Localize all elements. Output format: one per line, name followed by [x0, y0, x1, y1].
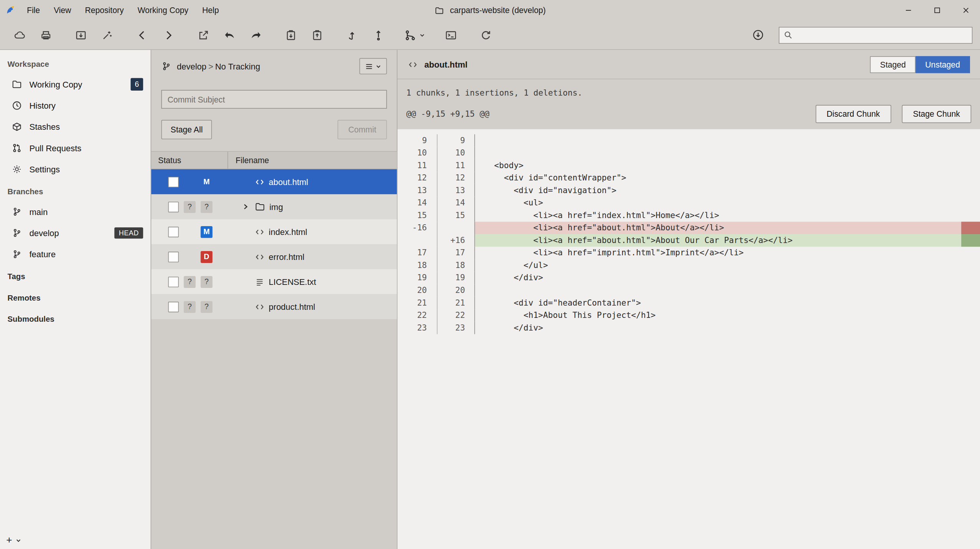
toolbar-group: [437, 24, 464, 46]
nav-forward-button[interactable]: [155, 24, 181, 46]
menu-view[interactable]: View: [47, 0, 78, 21]
sidebar-item-main[interactable]: main: [0, 201, 151, 222]
sidebar-item-develop[interactable]: developHEAD: [0, 222, 151, 243]
refresh-icon: [479, 28, 492, 41]
pull-button[interactable]: [339, 24, 365, 46]
cloud-button[interactable]: [6, 24, 32, 46]
diff-line[interactable]: -16 <li><a href="about.html">About</a></…: [397, 222, 980, 235]
add-menu-button[interactable]: [16, 536, 22, 545]
new-line-number: [437, 222, 475, 235]
push-button[interactable]: [365, 24, 391, 46]
diff-summary: 1 chunks, 1 insertions, 1 deletions.: [397, 79, 980, 98]
diff-line[interactable]: 2222 <h1>About This Project</h1>: [397, 309, 980, 322]
file-checkbox[interactable]: [168, 301, 179, 312]
status-badge-untracked: ?: [184, 276, 195, 288]
maximize-button[interactable]: [922, 0, 951, 21]
diff-line[interactable]: 2121 <div id="headerContainer">: [397, 297, 980, 309]
file-checkbox[interactable]: [168, 251, 179, 262]
file-checkbox[interactable]: [168, 177, 179, 187]
gear-icon: [11, 164, 23, 175]
new-line-number: 21: [437, 297, 475, 309]
download-icon: [752, 29, 765, 41]
diff-line[interactable]: 1212 <div id="contentWrapper">: [397, 172, 980, 184]
arrow-export-button[interactable]: [190, 24, 216, 46]
sidebar-section-branches[interactable]: Branches: [0, 180, 151, 201]
diff-line[interactable]: 1010: [397, 147, 980, 159]
diff-line[interactable]: 1313 <div id="navigation">: [397, 184, 980, 197]
curved-arrow-right-button[interactable]: [242, 24, 268, 46]
add-repository-button[interactable]: +: [6, 535, 12, 545]
toolbar-left: [6, 24, 507, 46]
file-name-cell: about.html: [228, 177, 397, 187]
column-header-status[interactable]: Status: [151, 152, 228, 169]
commit-options-button[interactable]: [359, 58, 387, 74]
menu-help[interactable]: Help: [195, 0, 226, 21]
diff-line[interactable]: 1515 <li><a href="index.html">Home</a></…: [397, 209, 980, 222]
sidebar-item-pull-requests[interactable]: Pull Requests: [0, 137, 151, 159]
search-input[interactable]: [797, 30, 967, 40]
diff-line[interactable]: +16 <li><a href="about.html">About Our C…: [397, 234, 980, 247]
sidebar-section-submodules[interactable]: Submodules: [0, 307, 151, 328]
clipboard-down-button[interactable]: [278, 24, 304, 46]
sidebar-item-feature[interactable]: feature: [0, 243, 151, 265]
code-text: [475, 284, 980, 297]
column-header-filename[interactable]: Filename: [228, 152, 269, 169]
diff-line[interactable]: 99: [397, 134, 980, 147]
file-row-licensetxt[interactable]: ??LICENSE.txt: [151, 269, 397, 294]
printer-button[interactable]: [33, 24, 59, 46]
file-checkbox[interactable]: [168, 202, 179, 212]
curved-arrow-left-button[interactable]: [216, 24, 242, 46]
chevron-down-icon: [419, 32, 425, 38]
minimize-button[interactable]: [894, 0, 922, 21]
terminal-button[interactable]: [437, 24, 464, 46]
toolbar-group: [472, 24, 498, 46]
nav-back-button[interactable]: [129, 24, 155, 46]
menu-lines-icon: [365, 62, 373, 70]
code-file-icon: [254, 251, 265, 262]
clipboard-up-button[interactable]: [304, 24, 330, 46]
refresh-button[interactable]: [472, 24, 498, 46]
sidebar-item-history[interactable]: History: [0, 95, 151, 116]
commit-button[interactable]: Commit: [338, 120, 387, 139]
diff-line[interactable]: 1818 </ul>: [397, 259, 980, 272]
sidebar-item-settings[interactable]: Settings: [0, 159, 151, 180]
file-checkbox[interactable]: [168, 227, 179, 237]
stage-all-button[interactable]: Stage All: [161, 120, 212, 139]
sidebar-item-stashes[interactable]: Stashes: [0, 116, 151, 137]
file-row-img[interactable]: ??img: [151, 194, 397, 219]
sidebar-item-working-copy[interactable]: Working Copy6: [0, 74, 151, 95]
breadcrumb[interactable]: develop>No Tracking: [177, 61, 260, 71]
menu-repository[interactable]: Repository: [78, 0, 131, 21]
branch-tools-button[interactable]: [400, 24, 429, 46]
diff-line[interactable]: 2020: [397, 284, 980, 297]
diff-line[interactable]: 1919 </div>: [397, 272, 980, 284]
old-line-number: -16: [397, 222, 437, 235]
diff-line[interactable]: 1717 <li><a href="imprint.html">Imprint<…: [397, 247, 980, 260]
diff-header: about.html StagedUnstaged: [397, 50, 980, 79]
file-status-cell: ??: [151, 301, 228, 313]
diff-line[interactable]: 1414 <ul>: [397, 197, 980, 209]
tab-unstaged[interactable]: Unstaged: [916, 56, 970, 73]
diff-line[interactable]: 1111 <body>: [397, 159, 980, 172]
sidebar-section-tags[interactable]: Tags: [0, 265, 151, 286]
menu-file[interactable]: File: [20, 0, 47, 21]
sidebar-section-remotes[interactable]: Remotes: [0, 286, 151, 307]
file-row-indexhtml[interactable]: Mindex.html: [151, 219, 397, 244]
commit-subject-input[interactable]: [161, 90, 387, 109]
expand-chevron-icon[interactable]: [241, 203, 251, 211]
download-button[interactable]: [745, 24, 771, 46]
tab-staged[interactable]: Staged: [870, 56, 916, 73]
discard-chunk-button[interactable]: Discard Chunk: [815, 105, 891, 123]
diff-line[interactable]: 2323 </div>: [397, 322, 980, 334]
close-button[interactable]: [951, 0, 980, 21]
magic-wand-button[interactable]: [94, 24, 120, 46]
file-row-producthtml[interactable]: ??product.html: [151, 294, 397, 319]
file-row-errorhtml[interactable]: Derror.html: [151, 244, 397, 269]
menu-working-copy[interactable]: Working Copy: [131, 0, 195, 21]
tray-arrow-button[interactable]: [68, 24, 94, 46]
chunk-actions: Discard Chunk Stage Chunk: [815, 105, 971, 123]
sidebar-section-workspace[interactable]: Workspace: [0, 53, 151, 74]
file-row-abouthtml[interactable]: Mabout.html: [151, 169, 397, 194]
file-checkbox[interactable]: [168, 276, 179, 287]
stage-chunk-button[interactable]: Stage Chunk: [902, 105, 971, 123]
